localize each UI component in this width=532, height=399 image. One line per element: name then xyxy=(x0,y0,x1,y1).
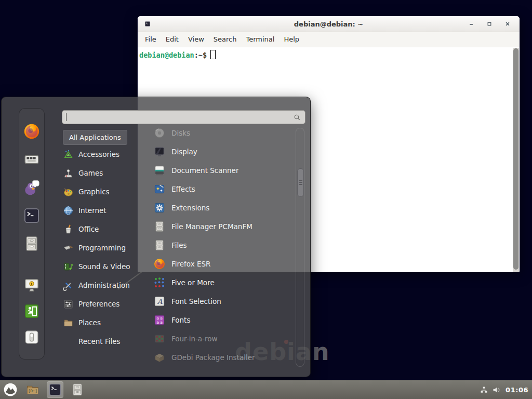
menubar-item[interactable]: Search xyxy=(209,32,242,47)
taskbar-launchers xyxy=(0,381,86,398)
terminal-cursor xyxy=(210,50,216,59)
category-item[interactable]: Preferences xyxy=(63,295,139,313)
terminal-scrollbar-thumb[interactable] xyxy=(513,48,518,270)
application-item[interactable]: Display xyxy=(146,142,289,161)
applications-list: Disks Display Document Scanner Effects E… xyxy=(146,124,289,367)
application-item[interactable]: GDebi Package Installer xyxy=(146,348,289,367)
search-input[interactable] xyxy=(66,113,293,121)
category-label: Programming xyxy=(78,244,126,252)
window-controls xyxy=(468,20,520,28)
menubar-item[interactable]: File xyxy=(140,32,161,47)
application-label: Fonts xyxy=(171,316,190,324)
terminal-scrollbar[interactable] xyxy=(513,48,519,272)
application-icon xyxy=(153,332,166,345)
menubar-item[interactable]: Edit xyxy=(161,32,183,47)
favorite-icon xyxy=(23,123,41,140)
menu-search-box[interactable] xyxy=(62,110,305,124)
terminal-menubar: File Edit View Search Terminal Help xyxy=(138,32,520,47)
application-item[interactable]: Document Scanner xyxy=(146,161,289,180)
application-icon xyxy=(153,276,166,289)
session-button[interactable] xyxy=(23,303,40,320)
taskbar-launcher[interactable] xyxy=(24,381,41,398)
category-item[interactable]: Sound & Video xyxy=(63,257,139,276)
tray-icon[interactable] xyxy=(492,385,501,394)
application-icon xyxy=(153,239,166,251)
category-label: Preferences xyxy=(78,300,119,308)
category-item[interactable]: Administration xyxy=(63,276,139,295)
application-item[interactable]: Effects xyxy=(146,180,289,198)
favorite-launcher[interactable] xyxy=(23,151,41,168)
session-button[interactable] xyxy=(23,277,40,294)
application-icon xyxy=(153,145,166,158)
application-label: File Manager PCManFM xyxy=(171,222,252,231)
category-label: Games xyxy=(78,169,103,177)
window-title: debian@debian: ~ xyxy=(138,20,520,28)
desktop: { "wallpaper": { "watermark_text": "debi… xyxy=(0,0,532,399)
window-control-button[interactable] xyxy=(486,20,493,28)
application-label: Five or More xyxy=(171,278,215,287)
application-icon xyxy=(153,314,166,326)
tray-icon[interactable] xyxy=(480,385,488,394)
prompt-suffix: :~$ xyxy=(194,51,207,59)
menubar-item[interactable]: Terminal xyxy=(241,32,279,47)
application-label: Files xyxy=(171,241,187,249)
favorite-icon xyxy=(23,235,41,252)
favorite-launcher[interactable] xyxy=(23,207,41,224)
all-applications-button[interactable]: All Applications xyxy=(63,130,127,145)
category-item[interactable]: Programming xyxy=(63,238,139,257)
application-label: Document Scanner xyxy=(171,166,238,175)
taskbar-launcher[interactable] xyxy=(2,381,19,398)
favorite-launcher[interactable] xyxy=(23,235,41,252)
application-icon xyxy=(153,295,166,308)
menu-scrollbar[interactable] xyxy=(296,128,304,367)
application-icon xyxy=(153,220,166,233)
category-icon xyxy=(63,243,74,254)
application-label: Firefox ESR xyxy=(171,260,210,268)
session-icon xyxy=(23,277,40,294)
category-icon xyxy=(63,280,74,291)
application-item[interactable]: Firefox ESR xyxy=(146,255,289,273)
taskbar-launcher[interactable] xyxy=(47,381,63,398)
application-item[interactable]: Four-in-a-row xyxy=(146,329,289,348)
category-item[interactable]: Places xyxy=(63,313,139,332)
taskbar-launcher[interactable] xyxy=(69,381,86,398)
category-label: Graphics xyxy=(78,188,110,196)
favorite-launcher[interactable] xyxy=(23,123,41,140)
window-control-button[interactable] xyxy=(504,20,511,28)
application-item[interactable]: File Manager PCManFM xyxy=(146,217,289,236)
category-label: Places xyxy=(78,318,101,327)
application-item[interactable]: Extensions xyxy=(146,198,289,217)
application-label: Four-in-a-row xyxy=(171,335,218,343)
category-icon xyxy=(63,149,74,160)
category-item[interactable]: Internet xyxy=(63,201,139,220)
favorites-rail xyxy=(19,108,45,360)
terminal-titlebar[interactable]: debian@debian: ~ xyxy=(138,16,520,32)
application-item[interactable]: Fonts xyxy=(146,311,289,329)
application-icon xyxy=(153,127,166,139)
window-control-button[interactable] xyxy=(468,20,475,28)
category-item[interactable]: Graphics xyxy=(63,182,139,201)
category-icon xyxy=(63,317,74,328)
launcher-icon xyxy=(25,382,40,397)
category-item[interactable]: Office xyxy=(63,220,139,238)
category-item[interactable]: Games xyxy=(63,164,139,182)
category-icon xyxy=(63,205,74,216)
application-item[interactable]: Font Selection xyxy=(146,292,289,311)
application-item[interactable]: Disks xyxy=(146,124,289,142)
category-label: Accessories xyxy=(78,150,119,158)
category-item[interactable]: Recent Files xyxy=(63,332,139,351)
categories-column: All Applications Accessories Games Graph… xyxy=(63,130,139,351)
menubar-item[interactable]: View xyxy=(183,32,209,47)
session-button[interactable] xyxy=(23,329,40,345)
menubar-item[interactable]: Help xyxy=(279,32,304,47)
application-item[interactable]: Files xyxy=(146,236,289,255)
application-label: Display xyxy=(171,148,197,156)
taskbar: 01:06 xyxy=(0,380,532,399)
session-icon xyxy=(23,303,40,320)
category-item[interactable]: Accessories xyxy=(63,145,139,164)
application-label: Font Selection xyxy=(171,297,221,305)
menu-scrollbar-thumb[interactable] xyxy=(297,168,304,197)
favorite-launcher[interactable] xyxy=(23,179,41,196)
application-item[interactable]: Five or More xyxy=(146,273,289,292)
taskbar-clock[interactable]: 01:06 xyxy=(504,386,528,394)
